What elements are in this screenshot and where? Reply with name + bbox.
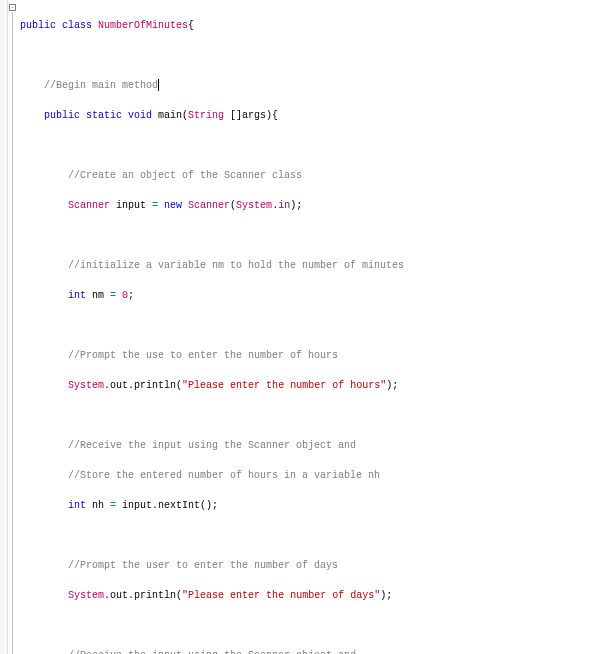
code-line: int nh = input.nextInt(); xyxy=(18,498,598,513)
code-line: public class NumberOfMinutes{ xyxy=(18,18,598,33)
code-line: //initialize a variable nm to hold the n… xyxy=(18,258,598,273)
fold-column[interactable]: - xyxy=(8,0,18,654)
code-line: //Receive the input using the Scanner ob… xyxy=(18,438,598,453)
code-line: //Create an object of the Scanner class xyxy=(18,168,598,183)
code-line xyxy=(18,618,598,633)
code-editor[interactable]: - public class NumberOfMinutes{ //Begin … xyxy=(0,0,598,654)
code-line xyxy=(18,318,598,333)
code-text-area[interactable]: public class NumberOfMinutes{ //Begin ma… xyxy=(18,0,598,654)
code-line: System.out.println("Please enter the num… xyxy=(18,378,598,393)
line-gutter xyxy=(0,0,8,654)
code-line: public static void main(String []args){ xyxy=(18,108,598,123)
fold-toggle-icon[interactable]: - xyxy=(9,4,16,11)
code-line xyxy=(18,48,598,63)
code-line xyxy=(18,138,598,153)
code-line: //Begin main method xyxy=(18,78,598,93)
code-line: //Store the entered number of hours in a… xyxy=(18,468,598,483)
code-line: //Receive the input using the Scanner ob… xyxy=(18,648,598,654)
code-line: //Prompt the use to enter the number of … xyxy=(18,348,598,363)
code-line: //Prompt the user to enter the number of… xyxy=(18,558,598,573)
code-line xyxy=(18,528,598,543)
fold-guideline xyxy=(12,12,13,654)
text-cursor xyxy=(158,79,159,91)
code-line: int nm = 0; xyxy=(18,288,598,303)
code-line: System.out.println("Please enter the num… xyxy=(18,588,598,603)
code-line xyxy=(18,408,598,423)
code-line: Scanner input = new Scanner(System.in); xyxy=(18,198,598,213)
code-line xyxy=(18,228,598,243)
